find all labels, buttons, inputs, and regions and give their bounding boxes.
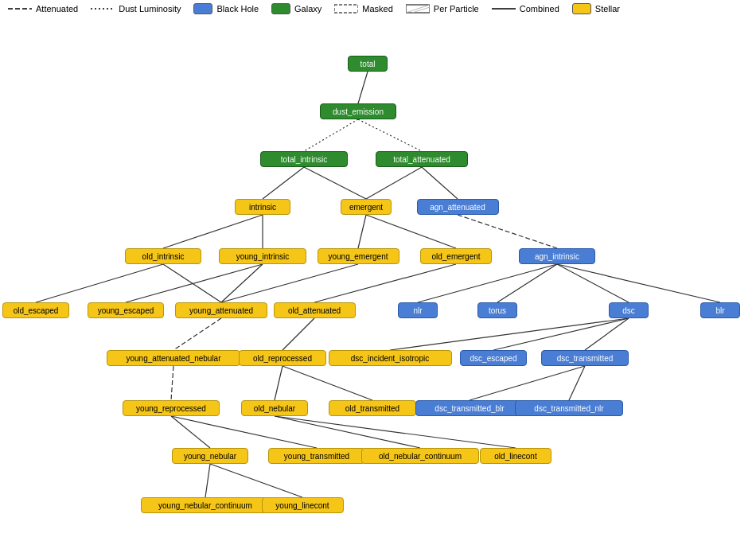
node-young_nebular_continuum: young_nebular_continuum <box>141 497 270 513</box>
edge-total_intrinsic-intrinsic <box>263 167 304 199</box>
node-dsc: dsc <box>609 302 649 318</box>
edge-old_intrinsic-old_escaped <box>36 264 163 302</box>
edge-old_attenuated-old_reprocessed <box>283 318 314 350</box>
node-total_intrinsic: total_intrinsic <box>260 151 348 167</box>
edge-total_intrinsic-emergent <box>304 167 366 199</box>
svg-rect-2 <box>334 5 358 13</box>
node-total_attenuated: total_attenuated <box>376 151 468 167</box>
edge-young_nebular-young_linecont <box>210 464 302 497</box>
node-young_nebular: young_nebular <box>172 448 249 464</box>
edge-total_attenuated-agn_attenuated <box>422 167 458 199</box>
node-young_intrinsic: young_intrinsic <box>219 248 306 264</box>
edge-agn_intrinsic-nlr <box>418 264 557 302</box>
edge-dust_emission-total_attenuated <box>358 119 422 151</box>
node-torus: torus <box>477 302 517 318</box>
node-old_reprocessed: old_reprocessed <box>239 350 326 366</box>
edge-dsc-dsc_transmitted <box>585 318 629 350</box>
node-dsc_transmitted_blr: dsc_transmitted_blr <box>415 400 524 416</box>
node-dsc_transmitted_nlr: dsc_transmitted_nlr <box>515 400 623 416</box>
edge-intrinsic-old_intrinsic <box>163 215 263 248</box>
edge-total-dust_emission <box>358 72 368 103</box>
node-emergent: emergent <box>341 199 392 215</box>
node-old_escaped: old_escaped <box>2 302 69 318</box>
node-young_emergent: young_emergent <box>318 248 399 264</box>
node-total: total <box>348 56 388 72</box>
legend-stellar-label: Stellar <box>595 4 620 14</box>
node-old_intrinsic: old_intrinsic <box>125 248 202 264</box>
node-young_linecont: young_linecont <box>262 497 344 513</box>
legend-galaxy: Galaxy <box>271 3 321 14</box>
edge-dsc-dsc_escaped <box>493 318 629 350</box>
node-old_linecont: old_linecont <box>480 448 551 464</box>
legend-masked: Masked <box>334 3 393 14</box>
edge-total_attenuated-emergent <box>366 167 422 199</box>
node-young_reprocessed: young_reprocessed <box>123 400 220 416</box>
legend-combined-label: Combined <box>520 4 559 14</box>
node-intrinsic: intrinsic <box>235 199 291 215</box>
node-young_attenuated_nebular: young_attenuated_nebular <box>107 350 240 366</box>
node-dsc_escaped: dsc_escaped <box>460 350 527 366</box>
svg-line-4 <box>406 5 430 13</box>
edge-old_nebular-old_linecont <box>275 416 516 448</box>
node-nlr: nlr <box>398 302 438 318</box>
edge-dsc_transmitted-dsc_transmitted_nlr <box>569 366 585 400</box>
legend: Attenuated Dust Luminosity Black Hole Ga… <box>8 3 724 14</box>
edge-emergent-young_emergent <box>358 215 366 248</box>
node-old_nebular_continuum: old_nebular_continuum <box>361 448 480 464</box>
edge-agn_intrinsic-torus <box>497 264 557 302</box>
edge-old_reprocessed-old_nebular <box>275 366 283 400</box>
edge-young_intrinsic-young_escaped <box>126 264 263 302</box>
node-old_transmitted: old_transmitted <box>329 400 416 416</box>
edge-young_attenuated_nebular-young_reprocessed <box>171 366 173 400</box>
legend-dust-label: Dust Luminosity <box>119 4 181 14</box>
edge-young_attenuated-young_attenuated_nebular <box>173 318 221 350</box>
node-young_transmitted: young_transmitted <box>268 448 366 464</box>
node-dsc_transmitted: dsc_transmitted <box>541 350 629 366</box>
edge-dsc_transmitted-dsc_transmitted_blr <box>470 366 585 400</box>
node-old_nebular: old_nebular <box>241 400 308 416</box>
node-agn_intrinsic: agn_intrinsic <box>519 248 596 264</box>
legend-galaxy-label: Galaxy <box>294 4 321 14</box>
edge-young_reprocessed-young_transmitted <box>171 416 317 448</box>
edge-young_emergent-young_attenuated <box>221 264 358 302</box>
node-dust_emission: dust_emission <box>320 103 397 119</box>
legend-combined: Combined <box>492 3 559 14</box>
connections-svg <box>0 0 756 549</box>
edge-emergent-old_emergent <box>366 215 456 248</box>
edge-old_nebular-old_nebular_continuum <box>275 416 420 448</box>
legend-attenuated-label: Attenuated <box>36 4 78 14</box>
edge-young_intrinsic-young_attenuated <box>221 264 263 302</box>
edge-agn_intrinsic-blr <box>557 264 720 302</box>
edge-old_emergent-old_attenuated <box>314 264 456 302</box>
edge-young_nebular-young_nebular_continuum <box>205 464 210 497</box>
legend-perparticle: Per Particle <box>406 3 479 14</box>
node-old_attenuated: old_attenuated <box>274 302 356 318</box>
legend-attenuated: Attenuated <box>8 3 78 14</box>
node-agn_attenuated: agn_attenuated <box>417 199 499 215</box>
legend-stellar: Stellar <box>572 3 620 14</box>
legend-blackhole: Black Hole <box>193 3 259 14</box>
node-dsc_incident_isotropic: dsc_incident_isotropic <box>329 350 452 366</box>
edge-dust_emission-total_intrinsic <box>304 119 358 151</box>
legend-masked-label: Masked <box>362 4 393 14</box>
node-young_escaped: young_escaped <box>88 302 165 318</box>
edge-agn_intrinsic-dsc <box>557 264 629 302</box>
legend-dust: Dust Luminosity <box>91 3 181 14</box>
diagram-container: Attenuated Dust Luminosity Black Hole Ga… <box>0 0 756 549</box>
node-young_attenuated: young_attenuated <box>175 302 267 318</box>
edge-young_reprocessed-young_nebular <box>171 416 210 448</box>
legend-perparticle-label: Per Particle <box>434 4 479 14</box>
node-old_emergent: old_emergent <box>420 248 492 264</box>
legend-blackhole-label: Black Hole <box>216 4 259 14</box>
edge-old_intrinsic-young_attenuated <box>163 264 221 302</box>
edge-agn_attenuated-agn_intrinsic <box>458 215 557 248</box>
edge-old_reprocessed-old_transmitted <box>283 366 372 400</box>
node-blr: blr <box>700 302 740 318</box>
edge-dsc-dsc_incident_isotropic <box>390 318 629 350</box>
